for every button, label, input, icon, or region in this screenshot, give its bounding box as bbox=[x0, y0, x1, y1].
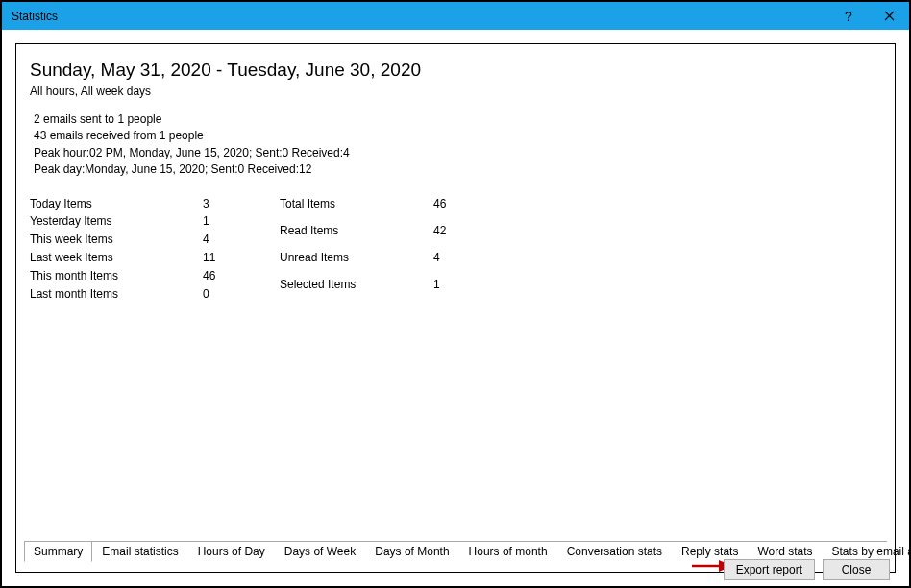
tab-days-of-week[interactable]: Days of Week bbox=[275, 541, 365, 562]
filter-subheading: All hours, All week days bbox=[30, 85, 881, 98]
help-button[interactable]: ? bbox=[828, 2, 869, 30]
stat-value: 4 bbox=[203, 232, 280, 248]
date-range-heading: Sunday, May 31, 2020 - Tuesday, June 30,… bbox=[30, 60, 881, 81]
stat-label: Read Items bbox=[280, 223, 433, 248]
window-title: Statistics bbox=[12, 10, 58, 23]
main-panel: Sunday, May 31, 2020 - Tuesday, June 30,… bbox=[16, 44, 895, 311]
stat-value: 11 bbox=[203, 250, 280, 266]
stat-label: Selected Items bbox=[280, 277, 433, 302]
stat-value: 0 bbox=[203, 286, 280, 303]
stat-label: Last week Items bbox=[30, 250, 203, 266]
tab-hours-of-month[interactable]: Hours of month bbox=[459, 541, 557, 562]
stat-value: 42 bbox=[433, 223, 491, 248]
stat-label: Yesterday Items bbox=[30, 213, 203, 230]
stat-label: This week Items bbox=[30, 232, 203, 248]
stat-value: 4 bbox=[433, 250, 491, 275]
stats-col-left: Today Items 3 Yesterday Items 1 This wee… bbox=[30, 196, 280, 303]
stat-label: Today Items bbox=[30, 196, 203, 212]
stat-label: Total Items bbox=[280, 196, 433, 221]
summary-peak-day: Peak day:Monday, June 15, 2020; Sent:0 R… bbox=[34, 161, 881, 178]
tab-days-of-month[interactable]: Days of Month bbox=[365, 541, 458, 562]
stat-value: 46 bbox=[433, 196, 491, 221]
titlebar: Statistics ? bbox=[2, 2, 909, 30]
stat-label: This month Items bbox=[30, 268, 203, 284]
stat-value: 3 bbox=[203, 196, 280, 212]
stat-label: Unread Items bbox=[280, 250, 433, 275]
summary-block: 2 emails sent to 1 people 43 emails rece… bbox=[30, 111, 881, 179]
close-window-button[interactable] bbox=[869, 2, 909, 30]
summary-received: 43 emails received from 1 people bbox=[34, 128, 881, 144]
content-panel: Sunday, May 31, 2020 - Tuesday, June 30,… bbox=[15, 43, 896, 573]
stat-value: 1 bbox=[203, 213, 280, 230]
stat-value: 1 bbox=[433, 277, 491, 302]
tab-summary[interactable]: Summary bbox=[24, 541, 92, 562]
client-area: Sunday, May 31, 2020 - Tuesday, June 30,… bbox=[2, 30, 909, 586]
tab-hours-of-day[interactable]: Hours of Day bbox=[188, 541, 275, 562]
close-button[interactable]: Close bbox=[823, 559, 890, 580]
stat-value: 46 bbox=[203, 268, 280, 284]
stats-col-right: Total Items 46 Read Items 42 Unread Item… bbox=[280, 196, 491, 303]
tab-conversation-stats[interactable]: Conversation stats bbox=[557, 541, 672, 562]
window-frame: Statistics ? Sunday, May 31, 2020 - Tues… bbox=[0, 0, 911, 588]
tab-email-statistics[interactable]: Email statistics bbox=[92, 541, 187, 562]
summary-sent: 2 emails sent to 1 people bbox=[34, 111, 881, 128]
export-report-button[interactable]: Export report bbox=[724, 559, 815, 580]
footer-buttons: Export report Close bbox=[724, 559, 890, 580]
close-icon bbox=[884, 11, 895, 21]
titlebar-controls: ? bbox=[828, 2, 909, 30]
stat-label: Last month Items bbox=[30, 286, 203, 303]
stats-table: Today Items 3 Yesterday Items 1 This wee… bbox=[30, 196, 881, 303]
summary-peak-hour: Peak hour:02 PM, Monday, June 15, 2020; … bbox=[34, 145, 881, 161]
